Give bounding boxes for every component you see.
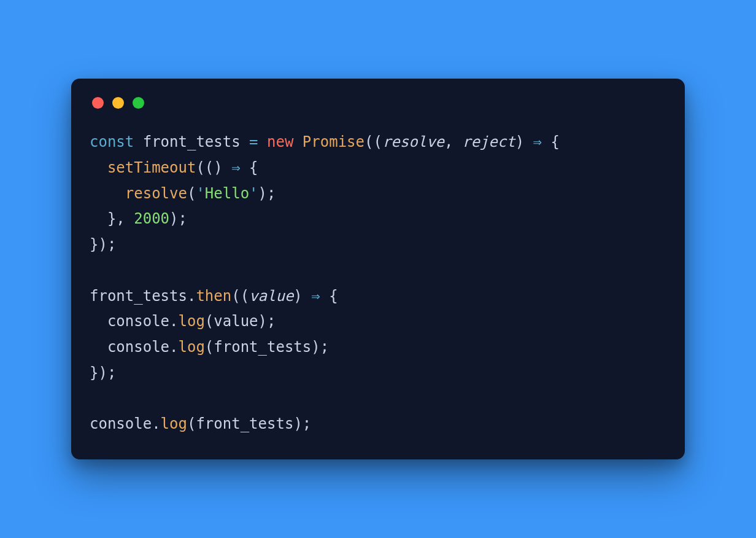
code-token: const: [90, 133, 143, 150]
code-token: console: [90, 338, 169, 356]
code-token: front_tests: [196, 415, 293, 432]
code-token: ⇒: [533, 133, 542, 150]
code-token: log: [179, 338, 205, 356]
code-token: [90, 159, 107, 176]
code-token: ): [293, 287, 311, 305]
code-token: ((: [231, 287, 249, 305]
code-token: then: [196, 287, 231, 305]
code-token: =: [249, 133, 258, 150]
code-line: resolve('Hello');: [90, 181, 666, 207]
code-line: [90, 386, 666, 412]
code-line: }, 2000);: [90, 206, 666, 232]
code-token: front_tests: [214, 338, 311, 356]
code-window: const front_tests = new Promise((resolve…: [71, 79, 685, 459]
window-titlebar: [90, 95, 666, 130]
code-token: 2000: [134, 210, 169, 227]
code-line: [90, 258, 666, 284]
code-token: [90, 185, 125, 202]
minimize-icon[interactable]: [112, 97, 124, 109]
code-line: });: [90, 232, 666, 258]
code-token: (: [205, 338, 214, 356]
code-token: [241, 133, 249, 150]
code-token: (: [187, 415, 196, 432]
code-token: ((: [364, 133, 382, 150]
code-token: (: [205, 313, 214, 330]
code-line: setTimeout(() ⇒ {: [90, 155, 666, 181]
code-token: {: [320, 287, 338, 305]
code-token: );: [293, 415, 311, 432]
code-line: front_tests.then((value) ⇒ {: [90, 284, 666, 310]
code-token: Hello: [205, 185, 249, 202]
code-token: });: [90, 236, 116, 253]
code-token: },: [90, 210, 134, 227]
code-token: ⇒: [231, 159, 240, 176]
code-token: [293, 133, 302, 150]
code-token: );: [169, 210, 187, 227]
code-token: ': [249, 185, 258, 202]
code-token: front_tests: [90, 287, 187, 305]
code-line: console.log(front_tests);: [90, 335, 666, 361]
code-line: const front_tests = new Promise((resolve…: [90, 130, 666, 155]
code-line: });: [90, 361, 666, 386]
code-token: ((): [196, 159, 231, 176]
code-token: value: [249, 287, 293, 305]
code-token: value: [214, 313, 258, 330]
code-token: .: [152, 415, 160, 432]
code-token: );: [258, 185, 276, 202]
code-token: front_tests: [143, 133, 241, 150]
code-token: setTimeout: [107, 159, 196, 176]
code-content: const front_tests = new Promise((resolve…: [90, 130, 666, 437]
maximize-icon[interactable]: [133, 97, 144, 109]
code-token: });: [90, 364, 116, 381]
code-token: {: [241, 159, 258, 176]
code-token: ': [196, 185, 204, 202]
code-token: reject: [462, 133, 515, 150]
close-icon[interactable]: [92, 97, 104, 109]
code-token: console: [90, 313, 169, 330]
code-token: ): [515, 133, 533, 150]
code-token: {: [542, 133, 560, 150]
code-token: log: [179, 313, 205, 330]
code-token: .: [169, 338, 178, 356]
code-token: resolve: [125, 185, 187, 202]
code-line: console.log(front_tests);: [90, 411, 666, 437]
code-token: .: [169, 313, 178, 330]
code-token: Promise: [303, 133, 364, 150]
code-token: console: [90, 415, 152, 432]
code-token: log: [161, 415, 187, 432]
code-token: );: [258, 313, 276, 330]
code-token: .: [187, 287, 196, 305]
code-token: resolve: [382, 133, 444, 150]
code-token: ⇒: [311, 287, 320, 305]
code-line: console.log(value);: [90, 309, 666, 335]
code-token: [258, 133, 267, 150]
code-token: ,: [444, 133, 462, 150]
code-token: (: [187, 185, 196, 202]
code-token: );: [311, 338, 329, 356]
code-token: new: [267, 133, 293, 150]
